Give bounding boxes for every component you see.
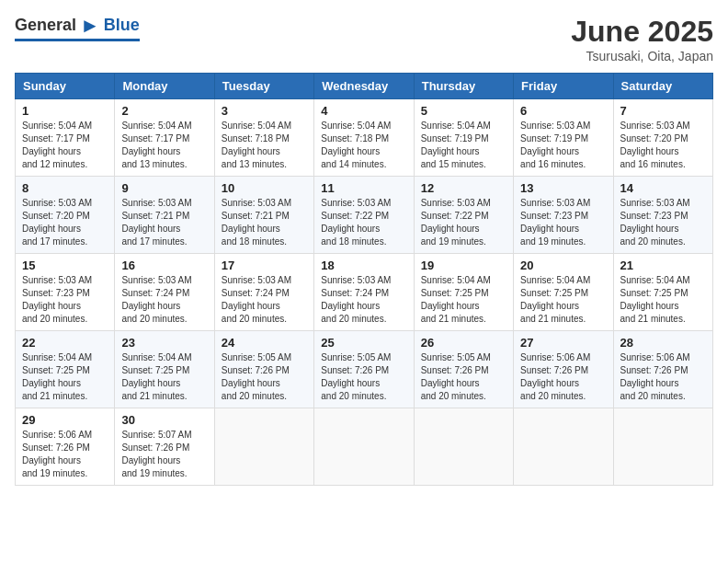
cell-info: Sunrise: 5:04 AM Sunset: 7:19 PM Dayligh…: [421, 120, 506, 171]
column-header-monday: Monday: [115, 74, 214, 99]
day-number: 9: [121, 181, 207, 195]
cell-info: Sunrise: 5:05 AM Sunset: 7:26 PM Dayligh…: [421, 351, 506, 403]
calendar-cell: [214, 408, 313, 486]
calendar-cell: 2 Sunrise: 5:04 AM Sunset: 7:17 PM Dayli…: [115, 99, 214, 177]
cell-info: Sunrise: 5:04 AM Sunset: 7:17 PM Dayligh…: [121, 120, 207, 171]
cell-info: Sunrise: 5:04 AM Sunset: 7:25 PM Dayligh…: [520, 274, 606, 326]
calendar-cell: 9 Sunrise: 5:03 AM Sunset: 7:21 PM Dayli…: [115, 177, 214, 254]
cell-info: Sunrise: 5:05 AM Sunset: 7:26 PM Dayligh…: [222, 351, 307, 403]
day-number: 22: [22, 336, 108, 350]
calendar-cell: 15 Sunrise: 5:03 AM Sunset: 7:23 PM Dayl…: [16, 254, 115, 331]
calendar-cell: [613, 408, 712, 486]
cell-info: Sunrise: 5:04 AM Sunset: 7:25 PM Dayligh…: [620, 274, 706, 326]
calendar-cell: 17 Sunrise: 5:03 AM Sunset: 7:24 PM Dayl…: [214, 254, 313, 331]
calendar-cell: 4 Sunrise: 5:04 AM Sunset: 7:18 PM Dayli…: [314, 99, 414, 177]
column-header-sunday: Sunday: [16, 74, 115, 99]
calendar-week-1: 1 Sunrise: 5:04 AM Sunset: 7:17 PM Dayli…: [16, 99, 713, 177]
cell-info: Sunrise: 5:06 AM Sunset: 7:26 PM Dayligh…: [520, 351, 606, 403]
calendar-cell: 14 Sunrise: 5:03 AM Sunset: 7:23 PM Dayl…: [613, 177, 712, 254]
logo: General ► Blue: [15, 15, 140, 41]
calendar-week-5: 29 Sunrise: 5:06 AM Sunset: 7:26 PM Dayl…: [16, 408, 713, 486]
calendar-cell: 8 Sunrise: 5:03 AM Sunset: 7:20 PM Dayli…: [16, 177, 115, 254]
day-number: 12: [421, 181, 506, 195]
calendar-table: SundayMondayTuesdayWednesdayThursdayFrid…: [15, 73, 713, 486]
day-number: 4: [321, 104, 406, 118]
day-number: 16: [121, 259, 207, 272]
calendar-week-2: 8 Sunrise: 5:03 AM Sunset: 7:20 PM Dayli…: [16, 177, 713, 254]
calendar-cell: 21 Sunrise: 5:04 AM Sunset: 7:25 PM Dayl…: [613, 254, 712, 331]
calendar-cell: [514, 408, 613, 486]
cell-info: Sunrise: 5:04 AM Sunset: 7:25 PM Dayligh…: [121, 351, 207, 403]
calendar-cell: [414, 408, 513, 486]
day-number: 7: [620, 104, 706, 118]
logo-underline: [15, 39, 140, 41]
title-block: June 2025 Tsurusaki, Oita, Japan: [571, 15, 713, 63]
day-number: 11: [321, 181, 406, 195]
calendar-cell: 7 Sunrise: 5:03 AM Sunset: 7:20 PM Dayli…: [613, 99, 712, 177]
day-number: 13: [520, 181, 606, 195]
day-number: 27: [520, 336, 606, 350]
calendar-cell: 12 Sunrise: 5:03 AM Sunset: 7:22 PM Dayl…: [414, 177, 513, 254]
day-number: 21: [620, 259, 706, 272]
cell-info: Sunrise: 5:03 AM Sunset: 7:22 PM Dayligh…: [421, 197, 506, 248]
day-number: 1: [22, 104, 108, 118]
calendar-cell: 5 Sunrise: 5:04 AM Sunset: 7:19 PM Dayli…: [414, 99, 513, 177]
column-header-saturday: Saturday: [613, 74, 712, 99]
calendar-cell: 11 Sunrise: 5:03 AM Sunset: 7:22 PM Dayl…: [314, 177, 414, 254]
location-title: Tsurusaki, Oita, Japan: [571, 49, 713, 63]
day-number: 6: [520, 104, 606, 118]
calendar-cell: 13 Sunrise: 5:03 AM Sunset: 7:23 PM Dayl…: [514, 177, 613, 254]
day-number: 17: [222, 259, 307, 272]
calendar-cell: 1 Sunrise: 5:04 AM Sunset: 7:17 PM Dayli…: [16, 99, 115, 177]
calendar-cell: 30 Sunrise: 5:07 AM Sunset: 7:26 PM Dayl…: [115, 408, 214, 486]
day-number: 24: [222, 336, 307, 350]
cell-info: Sunrise: 5:03 AM Sunset: 7:21 PM Dayligh…: [222, 197, 307, 248]
day-number: 23: [121, 336, 207, 350]
cell-info: Sunrise: 5:03 AM Sunset: 7:24 PM Dayligh…: [321, 274, 406, 326]
calendar-cell: 6 Sunrise: 5:03 AM Sunset: 7:19 PM Dayli…: [514, 99, 613, 177]
calendar-cell: 24 Sunrise: 5:05 AM Sunset: 7:26 PM Dayl…: [214, 331, 313, 408]
cell-info: Sunrise: 5:03 AM Sunset: 7:19 PM Dayligh…: [520, 120, 606, 171]
day-number: 30: [121, 413, 207, 427]
cell-info: Sunrise: 5:03 AM Sunset: 7:23 PM Dayligh…: [520, 197, 606, 248]
calendar-cell: 3 Sunrise: 5:04 AM Sunset: 7:18 PM Dayli…: [214, 99, 313, 177]
calendar-cell: 26 Sunrise: 5:05 AM Sunset: 7:26 PM Dayl…: [414, 331, 513, 408]
cell-info: Sunrise: 5:03 AM Sunset: 7:23 PM Dayligh…: [620, 197, 706, 248]
calendar-header-row: SundayMondayTuesdayWednesdayThursdayFrid…: [16, 74, 713, 99]
day-number: 28: [620, 336, 706, 350]
column-header-tuesday: Tuesday: [214, 74, 313, 99]
cell-info: Sunrise: 5:06 AM Sunset: 7:26 PM Dayligh…: [620, 351, 706, 403]
calendar-cell: 25 Sunrise: 5:05 AM Sunset: 7:26 PM Dayl…: [314, 331, 414, 408]
day-number: 18: [321, 259, 406, 272]
logo-general-text: General: [15, 17, 76, 35]
day-number: 8: [22, 181, 108, 195]
calendar-week-3: 15 Sunrise: 5:03 AM Sunset: 7:23 PM Dayl…: [16, 254, 713, 331]
calendar-cell: 10 Sunrise: 5:03 AM Sunset: 7:21 PM Dayl…: [214, 177, 313, 254]
calendar-cell: 23 Sunrise: 5:04 AM Sunset: 7:25 PM Dayl…: [115, 331, 214, 408]
day-number: 19: [421, 259, 506, 272]
calendar-cell: 28 Sunrise: 5:06 AM Sunset: 7:26 PM Dayl…: [613, 331, 712, 408]
calendar-cell: 22 Sunrise: 5:04 AM Sunset: 7:25 PM Dayl…: [16, 331, 115, 408]
cell-info: Sunrise: 5:04 AM Sunset: 7:25 PM Dayligh…: [421, 274, 506, 326]
day-number: 26: [421, 336, 506, 350]
month-title: June 2025: [571, 15, 713, 49]
cell-info: Sunrise: 5:04 AM Sunset: 7:17 PM Dayligh…: [22, 120, 108, 171]
day-number: 15: [22, 259, 108, 272]
cell-info: Sunrise: 5:04 AM Sunset: 7:18 PM Dayligh…: [222, 120, 307, 171]
day-number: 20: [520, 259, 606, 272]
calendar-cell: 16 Sunrise: 5:03 AM Sunset: 7:24 PM Dayl…: [115, 254, 214, 331]
calendar-cell: 18 Sunrise: 5:03 AM Sunset: 7:24 PM Dayl…: [314, 254, 414, 331]
cell-info: Sunrise: 5:03 AM Sunset: 7:21 PM Dayligh…: [121, 197, 207, 248]
cell-info: Sunrise: 5:03 AM Sunset: 7:24 PM Dayligh…: [121, 274, 207, 326]
cell-info: Sunrise: 5:03 AM Sunset: 7:20 PM Dayligh…: [620, 120, 706, 171]
cell-info: Sunrise: 5:03 AM Sunset: 7:20 PM Dayligh…: [22, 197, 108, 248]
day-number: 5: [421, 104, 506, 118]
day-number: 25: [321, 336, 406, 350]
calendar-week-4: 22 Sunrise: 5:04 AM Sunset: 7:25 PM Dayl…: [16, 331, 713, 408]
cell-info: Sunrise: 5:03 AM Sunset: 7:24 PM Dayligh…: [222, 274, 307, 326]
calendar-cell: 27 Sunrise: 5:06 AM Sunset: 7:26 PM Dayl…: [514, 331, 613, 408]
calendar-cell: [314, 408, 414, 486]
logo-arrow-icon: ►: [80, 15, 100, 37]
cell-info: Sunrise: 5:04 AM Sunset: 7:18 PM Dayligh…: [321, 120, 406, 171]
page-header: General ► Blue June 2025 Tsurusaki, Oita…: [15, 15, 713, 63]
